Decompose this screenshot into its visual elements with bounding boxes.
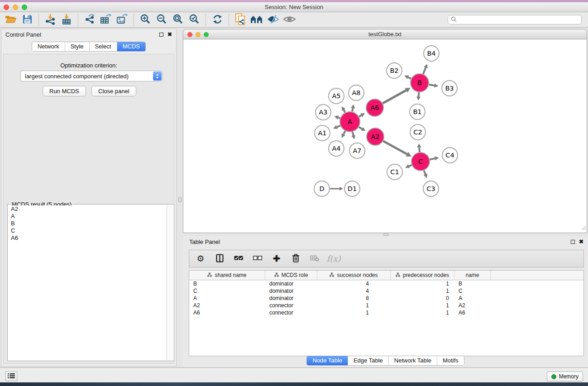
delete-table-button[interactable] (308, 252, 321, 266)
column-header-mcds-role[interactable]: MCDS role (265, 271, 317, 280)
function-builder-button[interactable]: f(x) (327, 252, 340, 266)
mcds-result-item[interactable]: B (8, 220, 167, 227)
control-tab-mcds[interactable]: MCDS (117, 42, 145, 51)
network-node-C1[interactable]: C1 (387, 164, 402, 180)
network-node-D1[interactable]: D1 (344, 181, 360, 196)
network-node-C3[interactable]: C3 (423, 181, 439, 196)
table-cell[interactable]: 1 (391, 280, 454, 287)
minimize-window-button[interactable] (13, 5, 18, 10)
table-tab-edge-table[interactable]: Edge Table (348, 356, 389, 365)
float-panel-icon[interactable] (571, 240, 575, 244)
table-settings-button[interactable]: ⚙ (194, 252, 207, 266)
import-table-button[interactable] (58, 13, 75, 27)
table-cell[interactable]: dominator (265, 295, 317, 302)
unselect-all-columns-button[interactable] (251, 252, 264, 266)
table-cell[interactable]: dominator (265, 280, 317, 287)
edge-A-A2[interactable] (359, 127, 362, 129)
splitter-handle[interactable] (383, 234, 389, 236)
network-node-A7[interactable]: A7 (349, 143, 365, 158)
table-cell[interactable]: A (454, 295, 491, 302)
network-node-B4[interactable]: B4 (424, 46, 439, 61)
close-panel-icon[interactable]: ✖ (167, 32, 172, 37)
network-node-A[interactable]: A (340, 112, 360, 132)
edge-B-B4[interactable] (423, 67, 426, 74)
table-cell[interactable]: C (454, 287, 491, 295)
horizontal-splitter[interactable] (183, 233, 588, 236)
create-column-button[interactable]: ✚ (270, 252, 283, 266)
criterion-select[interactable]: largest connected component (directed) ▲… (20, 71, 163, 81)
clone-network-button[interactable] (232, 13, 249, 27)
edge-C-C1[interactable] (409, 165, 411, 166)
network-node-A6[interactable]: A6 (366, 99, 383, 116)
network-node-A8[interactable]: A8 (349, 85, 364, 100)
show-graphics-details-button[interactable] (281, 13, 297, 27)
table-cell[interactable]: 1 (317, 309, 391, 316)
table-cell[interactable]: 1 (391, 287, 454, 295)
table-cell[interactable]: C (189, 287, 265, 295)
column-header-shared-name[interactable]: shared name (189, 271, 265, 280)
table-cell[interactable]: 4 (317, 287, 391, 295)
network-node-D[interactable]: D (314, 181, 330, 196)
select-all-columns-button[interactable] (232, 252, 245, 266)
table-row[interactable]: A2connector11A2 (189, 302, 583, 309)
export-table-button[interactable] (98, 13, 114, 27)
network-node-B3[interactable]: B3 (442, 81, 457, 96)
table-row[interactable]: Adominator80A (189, 295, 583, 302)
network-node-A3[interactable]: A3 (316, 105, 331, 120)
export-network-button[interactable] (81, 13, 98, 27)
table-cell[interactable]: A (189, 295, 265, 302)
import-network-button[interactable] (42, 13, 58, 27)
table-cell[interactable]: connector (265, 309, 317, 316)
zoom-fit-button[interactable] (170, 13, 186, 27)
edge-B-B1[interactable] (419, 92, 419, 96)
table-cell[interactable]: B (189, 280, 265, 287)
edge-A-A6[interactable] (359, 115, 362, 117)
zoom-in-button[interactable] (137, 13, 153, 27)
first-neighbors-button[interactable] (249, 13, 265, 27)
memory-button[interactable]: Memory (547, 372, 583, 381)
search-input[interactable] (459, 17, 578, 23)
edge-A-A5[interactable] (344, 110, 345, 113)
edge-A6-B[interactable] (382, 91, 406, 104)
close-panel-icon[interactable]: ✖ (579, 239, 583, 244)
table-tab-node-table[interactable]: Node Table (307, 356, 348, 365)
table-cell[interactable]: 4 (317, 280, 391, 287)
network-node-C4[interactable]: C4 (442, 148, 458, 163)
table-row[interactable]: A6connector11A6 (189, 309, 583, 316)
close-window-button[interactable] (4, 5, 9, 10)
save-session-button[interactable] (19, 13, 35, 27)
edge-A-A1[interactable] (337, 126, 340, 127)
run-mcds-button[interactable]: Run MCDS (43, 86, 86, 96)
edge-B-B2[interactable] (408, 77, 411, 79)
refresh-button[interactable] (209, 13, 225, 27)
table-cell[interactable]: 8 (317, 295, 391, 302)
table-tab-network-table[interactable]: Network Table (389, 356, 437, 365)
search-field[interactable] (448, 15, 582, 24)
open-session-button[interactable] (3, 13, 19, 27)
network-node-B1[interactable]: B1 (410, 104, 425, 119)
mcds-result-item[interactable]: A6 (8, 234, 167, 242)
node-table[interactable]: shared nameMCDS rolesuccessor nodesprede… (189, 270, 584, 356)
zoom-window-button[interactable] (22, 5, 27, 10)
network-node-B[interactable]: B (411, 74, 429, 92)
network-node-A1[interactable]: A1 (315, 125, 330, 141)
close-panel-button[interactable]: Close panel (91, 86, 136, 96)
network-canvas[interactable]: AA1A2A3A4A5A6A7A8BB1B2B3B4CC1C2C3C4DD1 (183, 39, 587, 233)
table-cell[interactable]: 1 (391, 302, 454, 309)
resize-grip-icon[interactable] (580, 224, 586, 232)
table-cell[interactable]: A6 (454, 309, 491, 316)
network-node-A2[interactable]: A2 (367, 128, 384, 145)
control-tab-style[interactable]: Style (65, 42, 90, 51)
zoom-network-button[interactable] (204, 32, 209, 37)
edge-A-A3[interactable] (338, 118, 340, 119)
control-tab-network[interactable]: Network (32, 42, 65, 51)
zoom-selected-button[interactable] (186, 13, 202, 27)
result-scrollbar[interactable] (167, 205, 173, 360)
table-cell[interactable]: dominator (265, 287, 317, 295)
edge-A-A4[interactable] (344, 131, 345, 134)
column-header-name[interactable]: name (454, 271, 491, 280)
edge-C-C2[interactable] (419, 148, 420, 152)
network-node-B2[interactable]: B2 (387, 63, 402, 78)
table-cell[interactable]: A2 (454, 302, 491, 309)
edge-A2-C[interactable] (383, 141, 407, 154)
